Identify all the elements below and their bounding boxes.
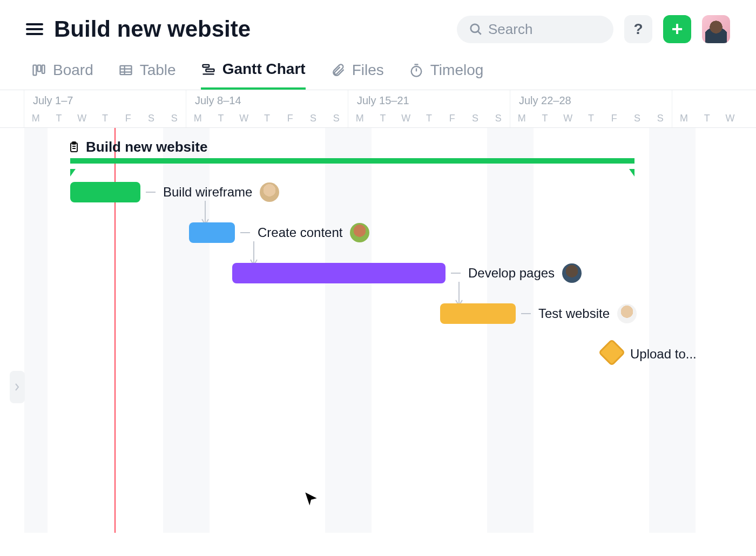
- task-label: Test website: [538, 306, 610, 321]
- assignee-avatar[interactable]: [350, 223, 369, 242]
- tab-files[interactable]: Files: [330, 60, 384, 90]
- tab-board[interactable]: Board: [31, 60, 93, 90]
- cursor-icon: [302, 490, 320, 507]
- task-row: Create content: [24, 212, 756, 252]
- task-bar-wireframe[interactable]: [70, 182, 140, 202]
- help-button[interactable]: ?: [624, 15, 652, 43]
- task-row: Build wireframe: [24, 171, 756, 212]
- task-bar-develop[interactable]: [232, 263, 446, 283]
- week-col-2: July 8–14 M T W T F S S: [186, 90, 348, 127]
- milestone-diamond[interactable]: [598, 339, 626, 367]
- assignee-avatar[interactable]: [617, 304, 637, 323]
- tab-gantt[interactable]: Gantt Chart: [201, 60, 306, 90]
- tab-table-label: Table: [140, 62, 176, 79]
- connector-line: [521, 313, 531, 314]
- help-icon: ?: [633, 21, 643, 38]
- task-bar-test[interactable]: [440, 303, 516, 324]
- menu-icon[interactable]: [26, 21, 43, 38]
- paperclip-icon: [330, 63, 346, 78]
- topbar: Build new website Search ? +: [0, 0, 756, 49]
- svg-rect-4: [42, 65, 45, 73]
- connector-line: [451, 273, 461, 274]
- assignee-avatar[interactable]: [260, 182, 279, 202]
- task-label: Create content: [258, 225, 342, 240]
- connector-line: [146, 192, 156, 193]
- project-row: Build new website: [24, 139, 756, 171]
- tab-table[interactable]: Table: [118, 60, 176, 90]
- stopwatch-icon: [409, 63, 424, 78]
- task-bar-content[interactable]: [189, 222, 235, 243]
- tab-files-label: Files: [352, 62, 384, 79]
- task-row: Test website: [24, 293, 756, 333]
- tab-timelog[interactable]: Timelog: [409, 60, 484, 90]
- svg-rect-5: [120, 66, 131, 74]
- tab-board-label: Board: [53, 62, 93, 79]
- gantt-rows: Build new website Build wireframe Create…: [24, 139, 756, 374]
- table-icon: [118, 63, 133, 78]
- svg-point-0: [471, 24, 479, 32]
- user-avatar[interactable]: [702, 15, 730, 43]
- svg-point-12: [411, 66, 421, 77]
- week-col-3: July 15–21 M T W T F S S: [348, 90, 510, 127]
- week-label: July 15–21: [357, 94, 409, 107]
- milestone-row: Upload to...: [24, 333, 756, 374]
- search-placeholder: Search: [488, 21, 532, 38]
- svg-rect-3: [38, 65, 41, 72]
- page-title: Build new website: [54, 16, 251, 42]
- task-row: Develop pages: [24, 252, 756, 293]
- svg-rect-9: [202, 65, 209, 67]
- clipboard-icon: [68, 141, 80, 154]
- view-tabs: Board Table Gantt Chart Files Timelog: [0, 49, 756, 90]
- search-input[interactable]: Search: [457, 16, 613, 43]
- svg-rect-10: [206, 69, 214, 72]
- svg-line-1: [478, 31, 481, 34]
- week-label: July 8–14: [195, 94, 241, 107]
- tab-timelog-label: Timelog: [430, 62, 484, 79]
- gantt-icon: [201, 62, 216, 77]
- milestone-label: Upload to...: [630, 347, 697, 362]
- assignee-avatar[interactable]: [562, 263, 582, 283]
- gantt-timeline: July 1–7 M T W T F S S July 8–14 M T W T…: [0, 90, 756, 533]
- expand-sidebar-handle[interactable]: [10, 371, 25, 403]
- task-label: Build wireframe: [163, 185, 252, 200]
- add-button[interactable]: +: [663, 15, 691, 43]
- project-span-bar[interactable]: [70, 158, 634, 164]
- search-icon: [469, 22, 483, 36]
- project-title[interactable]: Build new website: [68, 139, 207, 155]
- week-col-1: July 1–7 M T W T F S S: [24, 90, 186, 127]
- week-label: July 22–28: [519, 94, 571, 107]
- week-col-4: July 22–28 M T W T F S S: [510, 90, 672, 127]
- board-icon: [31, 63, 46, 78]
- connector-line: [240, 232, 250, 233]
- tab-gantt-label: Gantt Chart: [222, 60, 306, 78]
- timeline-header: July 1–7 M T W T F S S July 8–14 M T W T…: [0, 90, 756, 128]
- task-label: Develop pages: [468, 266, 555, 281]
- plus-icon: +: [671, 18, 683, 40]
- week-label: July 1–7: [33, 94, 73, 107]
- svg-rect-2: [33, 65, 37, 76]
- week-col-5: M T W: [672, 90, 756, 127]
